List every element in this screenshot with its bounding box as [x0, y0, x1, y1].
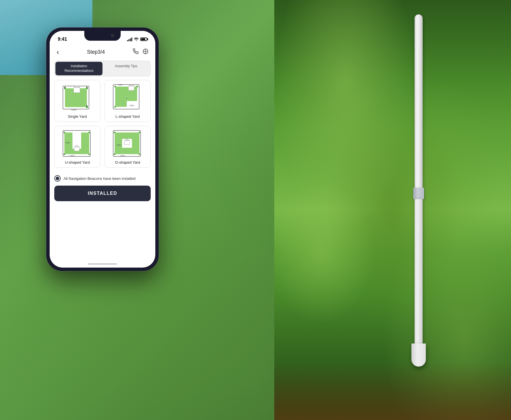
svg-rect-19 [115, 98, 127, 107]
beacon-installed-label: All Navigation Beacons have been install… [64, 176, 135, 181]
svg-point-48 [139, 132, 141, 134]
svg-point-37 [88, 153, 90, 155]
svg-rect-20 [128, 86, 134, 90]
yard-diagram-l-shaped: <45m <45m [112, 83, 143, 112]
yard-diagram-u-shaped: <45m <45m [61, 129, 93, 158]
page-title: Step3/4 [87, 49, 105, 55]
svg-point-23 [136, 86, 138, 88]
svg-text:<45m: <45m [116, 144, 121, 146]
svg-point-24 [126, 97, 128, 99]
hedge-area [274, 0, 511, 420]
svg-text:<45m: <45m [129, 104, 134, 107]
pole-top-section [415, 14, 423, 188]
navigation-bar: ‹ Step3/4 [50, 45, 155, 59]
battery-icon [140, 38, 147, 41]
phone-icon[interactable] [133, 48, 139, 56]
svg-point-25 [114, 106, 116, 108]
svg-text:<45m: <45m [65, 142, 70, 144]
phone-screen: 9:41 [50, 31, 155, 268]
pole-bottom-section [415, 199, 423, 344]
svg-text:<45m: <45m [71, 109, 77, 111]
pole-connector [413, 188, 424, 199]
tab-bar: InstallationRecommendations Assembly Tip… [54, 61, 151, 76]
svg-point-49 [114, 153, 116, 155]
yard-card-l-shaped[interactable]: <45m <45m L-shaped Yard [105, 80, 151, 122]
svg-marker-46 [124, 139, 130, 141]
radio-button-installed[interactable] [54, 175, 61, 182]
svg-rect-32 [74, 147, 79, 151]
svg-point-13 [64, 87, 66, 88]
svg-point-50 [139, 153, 141, 155]
yard-label-single: Single Yard [68, 114, 87, 119]
svg-marker-9 [74, 85, 80, 87]
yard-card-u-shaped[interactable]: <45m <45m U-shaped Yard [54, 126, 100, 168]
yard-label-l-shaped: L-shaped Yard [115, 114, 140, 119]
status-time: 9:41 [58, 37, 67, 42]
yard-diagram-o-shaped: <45m <45m [112, 129, 143, 158]
svg-rect-8 [74, 87, 80, 93]
svg-point-14 [86, 87, 87, 88]
soil-area [274, 362, 511, 420]
beacon-installed-row: All Navigation Beacons have been install… [54, 175, 151, 182]
navigation-stake [410, 14, 427, 390]
svg-point-47 [114, 132, 116, 134]
location-icon[interactable] [143, 48, 148, 56]
bottom-section: All Navigation Beacons have been install… [50, 172, 155, 206]
svg-text:<45m: <45m [70, 155, 75, 157]
yard-card-single[interactable]: <45m Single Yard [54, 80, 100, 122]
svg-point-22 [114, 86, 116, 88]
tab-assembly-tips[interactable]: Assembly Tips [102, 62, 150, 75]
svg-point-36 [64, 153, 66, 155]
svg-point-15 [86, 105, 87, 107]
home-indicator [88, 263, 117, 265]
svg-point-1 [145, 51, 146, 52]
yard-type-grid: <45m Single Yard [50, 80, 155, 168]
svg-point-34 [64, 132, 66, 134]
yard-label-o-shaped: O-shaped Yard [115, 160, 140, 165]
back-button[interactable]: ‹ [57, 48, 59, 57]
svg-rect-44 [115, 148, 139, 154]
phone-body: 9:41 [46, 27, 159, 271]
svg-text:<45m: <45m [120, 155, 125, 157]
svg-rect-43 [115, 132, 139, 139]
phone-mockup: 9:41 [46, 27, 159, 380]
signal-icon [127, 37, 132, 41]
nav-action-icons [133, 48, 148, 56]
pole-base [411, 344, 426, 367]
yard-label-u-shaped: U-shaped Yard [65, 160, 90, 165]
yard-diagram-single: <45m [61, 83, 93, 112]
svg-marker-33 [74, 145, 79, 147]
tab-installation[interactable]: InstallationRecommendations [55, 62, 102, 75]
yard-card-o-shaped[interactable]: <45m <45m O-shaped Yard [105, 126, 151, 168]
svg-text:<45m: <45m [118, 84, 123, 86]
phone-notch [84, 31, 121, 41]
installed-button[interactable]: INSTALLED [54, 186, 151, 201]
status-icons [127, 37, 147, 42]
svg-point-35 [88, 132, 90, 134]
svg-rect-45 [124, 141, 130, 145]
wifi-icon [134, 37, 139, 42]
